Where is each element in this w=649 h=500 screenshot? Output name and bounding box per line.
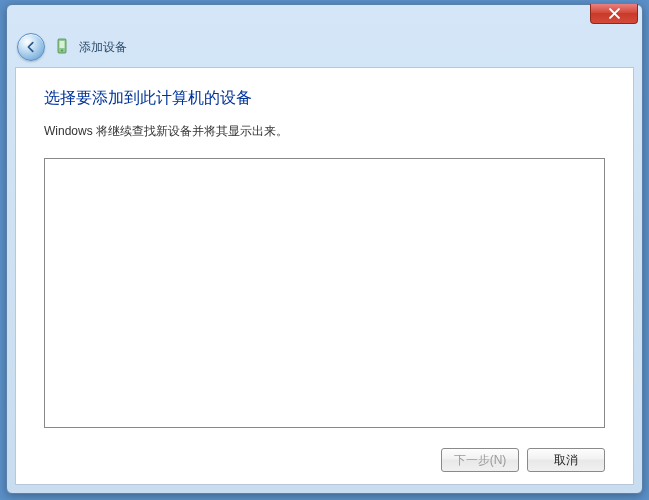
svg-rect-1 [60,41,65,48]
next-button[interactable]: 下一步(N) [441,448,519,472]
svg-point-2 [61,50,63,52]
button-row: 下一步(N) 取消 [44,444,605,472]
arrow-left-icon [24,40,38,54]
device-icon [53,38,71,56]
page-heading: 选择要添加到此计算机的设备 [44,88,605,109]
back-button[interactable] [17,33,45,61]
page-subtext: Windows 将继续查找新设备并将其显示出来。 [44,123,605,140]
device-list[interactable] [44,158,605,428]
close-icon [609,8,620,19]
cancel-button[interactable]: 取消 [527,448,605,472]
wizard-title: 添加设备 [79,39,127,56]
close-button[interactable] [590,4,638,24]
content-panel: 选择要添加到此计算机的设备 Windows 将继续查找新设备并将其显示出来。 下… [15,67,634,485]
wizard-header: 添加设备 [7,27,642,67]
dialog-window: 添加设备 选择要添加到此计算机的设备 Windows 将继续查找新设备并将其显示… [6,4,643,494]
titlebar [7,5,642,27]
